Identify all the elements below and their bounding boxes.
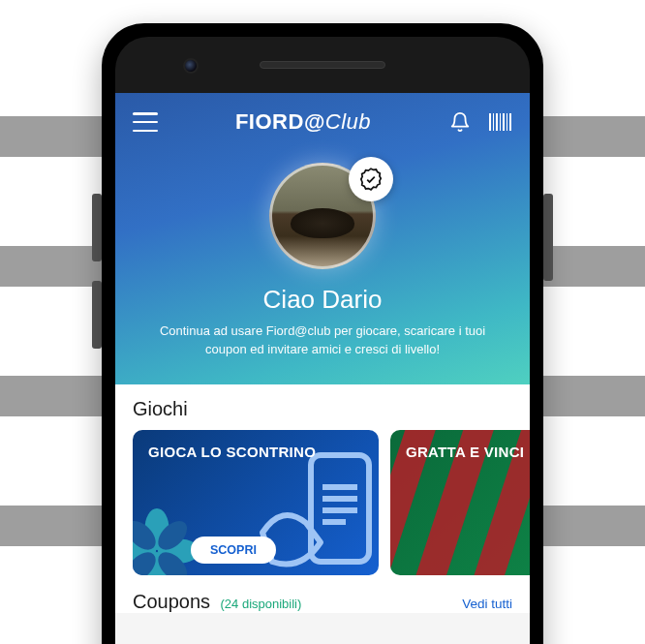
bell-icon[interactable]: [448, 110, 472, 134]
games-card-list: GIOCA LO SCONTRINO SCOPRI GRATTA E VINCI…: [133, 430, 530, 575]
avatar-container[interactable]: [269, 163, 376, 269]
svg-rect-5: [507, 113, 507, 131]
coupons-section-title: Coupons: [133, 591, 210, 612]
svg-rect-0: [489, 113, 491, 131]
game-card-cta-button[interactable]: SCOPRI: [191, 537, 276, 564]
svg-rect-1: [493, 113, 494, 131]
games-section-title: Giochi: [133, 398, 530, 420]
barcode-icon[interactable]: [489, 110, 512, 134]
svg-rect-4: [503, 113, 505, 131]
phone-volume-down: [92, 281, 102, 349]
phone-power-button: [543, 194, 553, 281]
phone-camera: [183, 58, 199, 74]
svg-rect-16: [322, 484, 357, 490]
game-card-scontrino[interactable]: GIOCA LO SCONTRINO SCOPRI: [133, 430, 379, 575]
hero-section: FIORD@Club: [115, 93, 530, 384]
app-screen: FIORD@Club: [115, 93, 530, 644]
svg-rect-18: [322, 507, 357, 513]
phone-frame: FIORD@Club: [102, 23, 543, 644]
top-bar: FIORD@Club: [133, 107, 512, 138]
brand-suffix: Club: [325, 109, 371, 134]
svg-rect-17: [322, 496, 357, 502]
game-card-title: GIOCA LO SCONTRINO: [148, 444, 363, 460]
svg-rect-6: [509, 113, 511, 131]
game-card-title: GRATTA E VINCI: [406, 444, 530, 460]
phone-volume-up: [92, 194, 102, 261]
svg-rect-3: [500, 113, 501, 131]
svg-rect-2: [496, 113, 498, 131]
game-card-gratta[interactable]: GRATTA E VINCI SCOPRI: [390, 430, 530, 575]
flower-decoration-icon: [133, 507, 200, 575]
hero-subtext: Continua ad usare Fiord@club per giocare…: [133, 322, 512, 359]
view-all-link[interactable]: Vedi tutti: [462, 597, 512, 611]
brand-at: @: [304, 109, 325, 134]
coupons-count-label: (24 disponibili): [221, 597, 302, 611]
svg-rect-19: [322, 519, 346, 525]
verified-badge-icon[interactable]: [349, 157, 393, 201]
menu-icon[interactable]: [133, 112, 158, 132]
phone-notch: [115, 37, 530, 93]
games-section: Giochi GIOCA LO SCONTRINO SCOPRI GRATTA: [115, 384, 530, 579]
brand-logo: FIORD@Club: [235, 109, 371, 135]
greeting-text: Ciao Dario: [133, 285, 512, 315]
brand-name: FIORD: [235, 109, 304, 134]
coupons-section-header: Coupons (24 disponibili) Vedi tutti: [115, 579, 530, 613]
phone-speaker: [260, 61, 385, 69]
